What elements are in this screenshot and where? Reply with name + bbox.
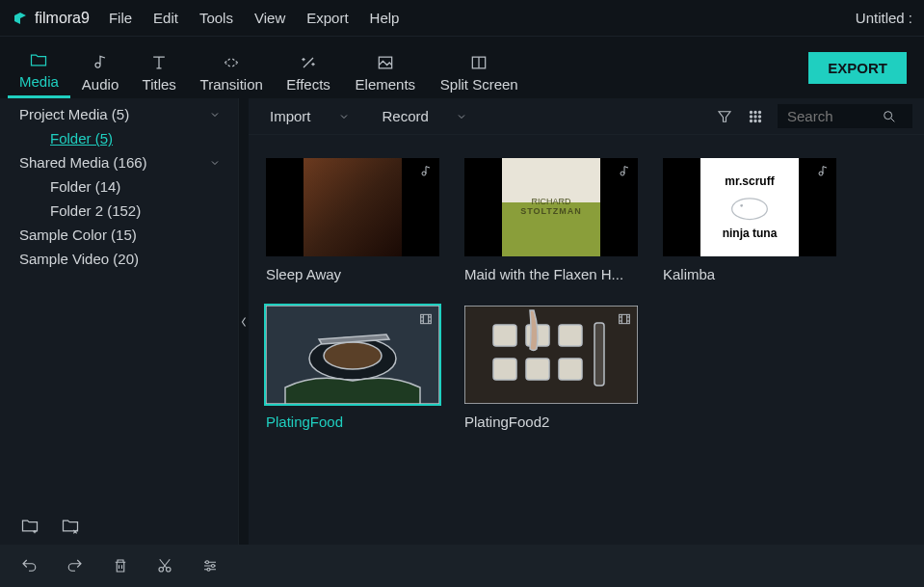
media-tree: Project Media (5) Folder (5) Shared Medi…: [0, 98, 238, 506]
media-thumb: [266, 158, 439, 256]
tab-elements[interactable]: Elements: [342, 53, 429, 98]
music-note-icon: [90, 53, 111, 72]
svg-point-9: [750, 120, 752, 121]
svg-rect-18: [421, 314, 432, 323]
svg-rect-33: [620, 314, 630, 323]
app-logo: filmora9: [12, 10, 90, 27]
tree-project-media[interactable]: Project Media (5): [0, 102, 238, 126]
svg-rect-26: [493, 325, 516, 346]
tab-effects[interactable]: Effects: [275, 53, 342, 98]
svg-point-6: [750, 115, 752, 117]
media-label: Sleep Away: [266, 266, 439, 282]
svg-rect-31: [559, 359, 582, 380]
grid-view-button[interactable]: [747, 108, 764, 125]
media-thumb: mr.scruffninja tuna: [663, 158, 836, 256]
chevron-down-icon: [209, 109, 221, 120]
tree-folder-selected[interactable]: Folder (5): [0, 126, 238, 150]
media-label: PlatingFood: [266, 414, 439, 430]
media-label: Kalimba: [663, 266, 836, 282]
bottombar: [0, 545, 924, 587]
music-note-icon: [418, 164, 434, 179]
grid-icon: [747, 108, 764, 125]
tree-shared-media[interactable]: Shared Media (166): [0, 150, 238, 174]
record-dropdown[interactable]: Record: [373, 108, 477, 124]
menu-tools[interactable]: Tools: [199, 10, 233, 26]
tab-titles[interactable]: Titles: [130, 53, 188, 98]
media-item-selected[interactable]: PlatingFood: [266, 306, 439, 430]
menu-file[interactable]: File: [109, 10, 132, 26]
svg-rect-30: [526, 359, 549, 380]
search-input[interactable]: [787, 108, 874, 124]
tab-effects-label: Effects: [286, 76, 330, 93]
redo-icon[interactable]: [66, 557, 85, 574]
svg-point-5: [758, 111, 760, 113]
new-folder-icon[interactable]: [19, 516, 40, 535]
split-icon: [468, 53, 489, 72]
document-title: Untitled :: [856, 10, 912, 26]
media-label: Maid with the Flaxen H...: [464, 266, 638, 282]
media-item[interactable]: Sleep Away: [266, 158, 439, 282]
import-dropdown[interactable]: Import: [260, 108, 359, 124]
media-label: PlatingFood2: [464, 414, 638, 430]
text-icon: [148, 53, 170, 72]
tab-transition[interactable]: Transition: [188, 53, 275, 98]
svg-point-14: [741, 205, 743, 207]
tree-folder-14[interactable]: Folder (14): [0, 174, 238, 199]
media-thumb: [464, 306, 638, 404]
media-grid: Sleep Away RICHARDSTOLTZMAN Maid with th…: [249, 135, 924, 545]
svg-point-44: [207, 568, 210, 571]
search-icon: [882, 109, 897, 124]
tab-elements-label: Elements: [356, 76, 416, 93]
titlebar: filmora9 File Edit Tools View Export Hel…: [0, 0, 924, 37]
svg-point-4: [754, 111, 756, 113]
media-thumb: RICHARDSTOLTZMAN: [464, 158, 638, 256]
filter-button[interactable]: [716, 108, 733, 125]
svg-point-43: [212, 565, 215, 568]
tab-media[interactable]: Media: [8, 50, 70, 98]
menu-view[interactable]: View: [254, 10, 285, 26]
image-icon: [375, 53, 396, 72]
media-item[interactable]: mr.scruffninja tuna Kalimba: [663, 158, 836, 282]
svg-point-11: [758, 120, 760, 121]
filmstrip-icon: [418, 311, 434, 327]
search-box[interactable]: [778, 104, 912, 128]
tree-label: Sample Video (20): [19, 251, 139, 267]
svg-rect-29: [493, 359, 516, 380]
sidebar: Project Media (5) Folder (5) Shared Medi…: [0, 98, 239, 545]
svg-point-17: [324, 342, 382, 369]
wand-icon: [298, 53, 319, 72]
export-button[interactable]: EXPORT: [808, 52, 907, 84]
tree-sample-color[interactable]: Sample Color (15): [0, 223, 238, 247]
menu-export[interactable]: Export: [306, 10, 348, 26]
svg-point-3: [750, 111, 752, 113]
chevron-down-icon: [456, 111, 467, 122]
music-note-icon: [815, 164, 831, 179]
toolbar: Media Audio Titles Transition Effects El…: [0, 37, 924, 98]
thumb-art: [304, 158, 402, 256]
collapse-handle[interactable]: [239, 98, 249, 545]
content-toolbar: Import Record: [249, 98, 924, 135]
svg-point-7: [754, 115, 756, 117]
menu-edit[interactable]: Edit: [153, 10, 178, 26]
media-thumb: [266, 306, 439, 404]
media-item[interactable]: RICHARDSTOLTZMAN Maid with the Flaxen H.…: [464, 158, 638, 282]
media-item[interactable]: PlatingFood2: [464, 306, 638, 430]
tab-audio[interactable]: Audio: [70, 53, 130, 98]
trash-icon[interactable]: [112, 557, 129, 574]
tree-folder-2[interactable]: Folder 2 (152): [0, 199, 238, 223]
delete-folder-icon[interactable]: [60, 516, 81, 535]
tab-splitscreen[interactable]: Split Screen: [429, 53, 530, 98]
svg-rect-28: [559, 325, 582, 346]
filter-icon: [716, 108, 733, 125]
tree-sample-video[interactable]: Sample Video (20): [0, 247, 238, 271]
adjust-icon[interactable]: [200, 557, 220, 574]
svg-rect-32: [594, 323, 604, 386]
undo-icon[interactable]: [19, 557, 39, 574]
chevron-down-icon: [338, 111, 350, 122]
chevron-left-icon: [241, 316, 247, 328]
svg-rect-25: [464, 306, 638, 404]
tree-label: Sample Color (15): [19, 227, 137, 243]
tree-label: Folder 2 (152): [50, 202, 141, 219]
cut-icon[interactable]: [156, 557, 173, 574]
menu-help[interactable]: Help: [370, 10, 400, 26]
